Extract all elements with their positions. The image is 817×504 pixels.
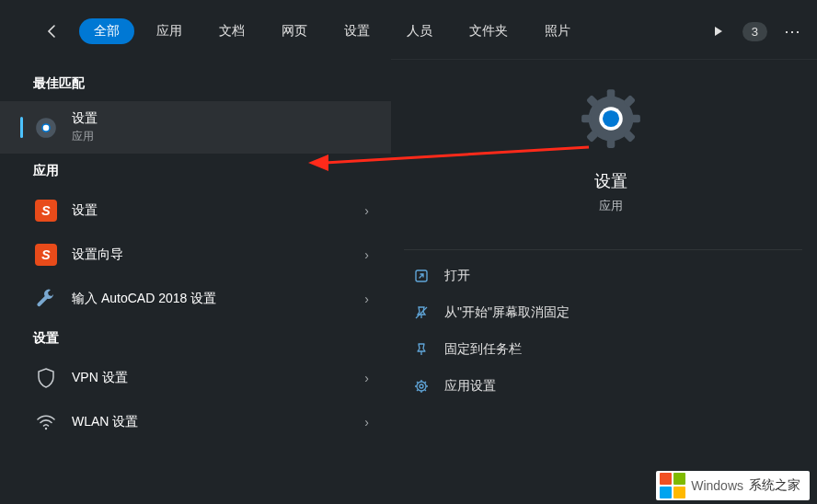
best-match-result[interactable]: 设置 应用 [0, 101, 391, 154]
tab-docs[interactable]: 文档 [204, 18, 259, 44]
play-icon [713, 26, 724, 37]
section-settings: 设置 [0, 321, 391, 356]
svg-rect-5 [606, 89, 615, 99]
pin-icon [411, 339, 432, 360]
gear-icon [580, 87, 642, 150]
svg-point-3 [45, 428, 47, 430]
chevron-right-icon: › [364, 415, 369, 430]
preview-title: 设置 [404, 170, 817, 192]
tab-settings[interactable]: 设置 [329, 18, 385, 44]
sogou-icon: S [33, 242, 59, 268]
result-title: VPN 设置 [72, 370, 364, 386]
action-unpin-start[interactable]: 从"开始"屏幕取消固定 [404, 294, 817, 331]
watermark-brand: Windows [691, 478, 743, 493]
section-apps: 应用 [0, 154, 391, 189]
chevron-right-icon: › [364, 203, 369, 218]
ellipsis-icon: ⋯ [784, 22, 800, 40]
tab-folders[interactable]: 文件夹 [455, 18, 523, 44]
windows-logo-icon [660, 473, 685, 498]
result-title: 设置 [72, 202, 364, 219]
svg-point-14 [602, 110, 618, 127]
svg-point-2 [43, 124, 50, 131]
result-title: 输入 AutoCAD 2018 设置 [72, 291, 364, 307]
preview-pane: 设置 应用 打开 从"开始"屏幕取消固定 固定到任务栏 [391, 59, 817, 498]
sogou-icon: S [33, 198, 59, 223]
chevron-right-icon: › [364, 371, 369, 385]
svg-rect-6 [606, 138, 615, 148]
shield-icon [33, 365, 59, 391]
tab-web[interactable]: 网页 [267, 18, 322, 44]
action-label: 固定到任务栏 [444, 341, 522, 358]
tab-photos[interactable]: 照片 [530, 18, 585, 44]
unpin-icon [411, 303, 432, 323]
tab-apps[interactable]: 应用 [142, 18, 197, 44]
back-button[interactable] [40, 19, 64, 43]
chevron-right-icon: › [364, 292, 369, 306]
app-result-row[interactable]: S 设置 › [0, 189, 391, 233]
preview-subtitle: 应用 [404, 198, 817, 214]
tabs-right-controls: 3 ⋯ [708, 20, 804, 42]
tab-people[interactable]: 人员 [392, 18, 447, 44]
action-label: 应用设置 [444, 378, 496, 395]
filter-tabs-row: 全部 应用 文档 网页 设置 人员 文件夹 照片 3 ⋯ [0, 11, 817, 59]
open-icon [411, 266, 432, 286]
svg-point-18 [420, 384, 423, 388]
settings-result-row[interactable]: WLAN 设置 › [0, 400, 391, 444]
action-label: 打开 [444, 268, 470, 284]
app-result-row[interactable]: S 设置向导 › [0, 233, 391, 277]
chevron-right-icon: › [364, 247, 369, 262]
preview-hero: 设置 应用 [404, 78, 817, 238]
action-app-settings[interactable]: 应用设置 [404, 368, 817, 405]
results-list: 最佳匹配 设置 应用 应用 S 设置 › S 设置向导 › [0, 59, 391, 498]
result-title: 设置 [72, 110, 378, 127]
app-result-row[interactable]: 输入 AutoCAD 2018 设置 › [0, 277, 391, 321]
result-title: 设置向导 [72, 246, 364, 263]
content-columns: 最佳匹配 设置 应用 应用 S 设置 › S 设置向导 › [0, 59, 817, 498]
svg-rect-8 [630, 115, 640, 123]
svg-rect-7 [581, 115, 592, 123]
tab-all[interactable]: 全部 [79, 18, 134, 44]
arrow-left-icon [45, 24, 60, 39]
settings-result-row[interactable]: VPN 设置 › [0, 356, 391, 400]
gear-icon [33, 115, 59, 141]
watermark-suffix: 系统之家 [749, 477, 800, 494]
wifi-icon [33, 409, 59, 435]
action-pin-taskbar[interactable]: 固定到任务栏 [404, 331, 817, 368]
action-open[interactable]: 打开 [404, 258, 817, 294]
result-title: WLAN 设置 [72, 414, 364, 430]
wrench-icon [33, 286, 59, 312]
play-button[interactable] [708, 20, 730, 42]
watermark: Windows 系统之家 [656, 471, 810, 500]
action-label: 从"开始"屏幕取消固定 [444, 304, 570, 321]
section-best-match: 最佳匹配 [0, 66, 391, 101]
more-button[interactable]: ⋯ [780, 21, 804, 41]
count-badge: 3 [742, 22, 767, 41]
gear-icon [411, 376, 432, 396]
divider [404, 249, 802, 250]
result-subtitle: 应用 [72, 129, 378, 144]
search-results-panel: 全部 应用 文档 网页 设置 人员 文件夹 照片 3 ⋯ 最佳匹配 [0, 0, 817, 504]
